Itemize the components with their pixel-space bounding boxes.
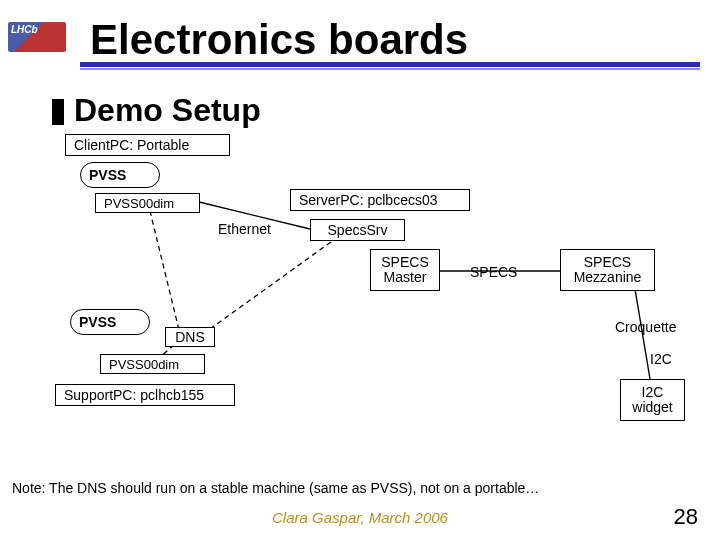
pvss00dim-top-box: PVSS00dim xyxy=(95,193,200,213)
pvss00dim-bot-label: PVSS00dim xyxy=(109,357,179,372)
i2c-label: I2C xyxy=(650,351,672,367)
server-pc-label: ServerPC: pclbcecs03 xyxy=(299,192,438,208)
footnote: Note: The DNS should run on a stable mac… xyxy=(12,480,539,496)
pvss-bot-box: PVSS xyxy=(70,309,150,335)
slide-title: Electronics boards xyxy=(90,16,468,64)
subtitle: Demo Setup xyxy=(52,92,720,129)
support-pc-box: SupportPC: pclhcb155 xyxy=(55,384,235,406)
subtitle-text: Demo Setup xyxy=(74,92,261,128)
specs-master-box: SPECS Master xyxy=(370,249,440,291)
i2c-widget-box: I2C widget xyxy=(620,379,685,421)
dns-box: DNS xyxy=(165,327,215,347)
diagram-canvas: ClientPC: Portable PVSS PVSS00dim Ethern… xyxy=(0,129,720,489)
title-underline-shadow xyxy=(80,68,700,70)
specssrv-box: SpecsSrv xyxy=(310,219,405,241)
svg-line-2 xyxy=(150,211,180,334)
ethernet-label: Ethernet xyxy=(218,221,271,237)
specssrv-label: SpecsSrv xyxy=(328,222,388,238)
pvss00dim-bot-box: PVSS00dim xyxy=(100,354,205,374)
specs-mezz-label: SPECS Mezzanine xyxy=(574,255,642,286)
pvss00dim-top-label: PVSS00dim xyxy=(104,196,174,211)
pvss-bot-label: PVSS xyxy=(79,314,116,330)
page-number: 28 xyxy=(674,504,698,530)
pvss-top-label: PVSS xyxy=(89,167,126,183)
client-pc-box: ClientPC: Portable xyxy=(65,134,230,156)
croquette-label: Croquette xyxy=(615,319,676,335)
lhcb-logo: LHCb xyxy=(8,22,66,52)
specs-master-label: SPECS Master xyxy=(381,255,428,286)
support-pc-label: SupportPC: pclhcb155 xyxy=(64,387,204,403)
svg-line-3 xyxy=(210,239,335,329)
bullet-icon xyxy=(52,99,64,125)
dns-label: DNS xyxy=(175,329,205,345)
pvss-top-box: PVSS xyxy=(80,162,160,188)
client-pc-label: ClientPC: Portable xyxy=(74,137,189,153)
footer-author: Clara Gaspar, March 2006 xyxy=(0,509,720,526)
specs-bus-label: SPECS xyxy=(470,264,517,280)
specs-mezz-box: SPECS Mezzanine xyxy=(560,249,655,291)
i2c-widget-label: I2C widget xyxy=(632,385,672,416)
server-pc-box: ServerPC: pclbcecs03 xyxy=(290,189,470,211)
